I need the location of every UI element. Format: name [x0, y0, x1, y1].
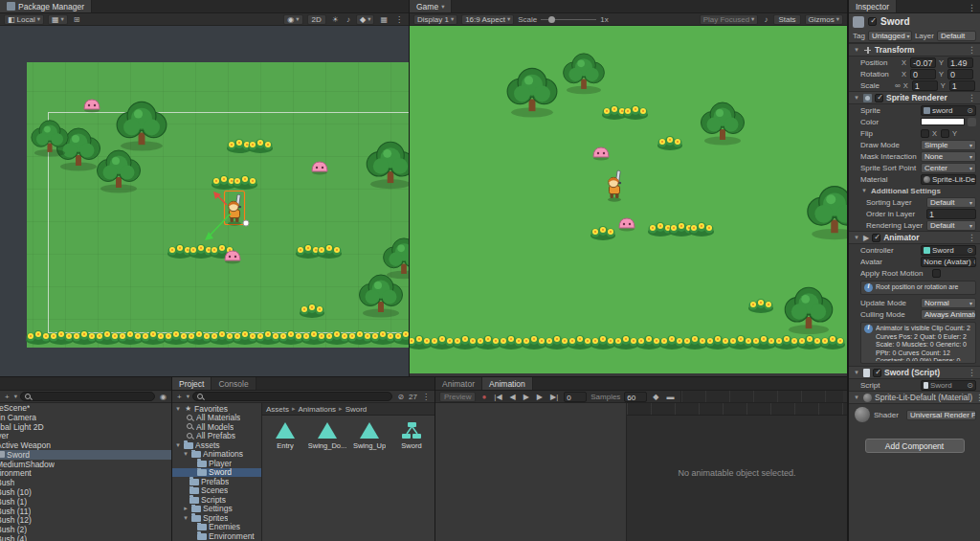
play-button[interactable]: ▶ — [522, 392, 531, 402]
breadcrumb-animations[interactable]: Animations — [299, 405, 337, 414]
tree-item[interactable]: Scripts — [172, 495, 261, 505]
tree-item[interactable]: All Models — [172, 422, 261, 432]
gameobject-name[interactable]: Sword — [880, 16, 910, 27]
sprite-renderer-header[interactable]: ▾ ✓ Sprite Renderer ⋮ — [849, 91, 980, 104]
menu-icon[interactable]: ⋮ — [968, 233, 976, 242]
first-frame-button[interactable]: |◀ — [492, 392, 503, 402]
object-picker-icon[interactable]: ⊙ — [973, 258, 976, 266]
asset-item[interactable]: Sword — [392, 419, 431, 450]
tree-item-assets[interactable]: ▾Assets — [172, 440, 261, 450]
transform-header[interactable]: ▾ Transform ⋮ — [849, 43, 980, 56]
hierarchy-item[interactable]: Bush — [0, 478, 171, 487]
menu-icon[interactable]: ⋮ — [968, 368, 976, 377]
prev-key-button[interactable]: ◀ — [508, 392, 518, 402]
hierarchy-item[interactable]: ▾Environment — [0, 469, 171, 479]
enabled-checkbox[interactable]: ✓ — [873, 369, 881, 377]
breadcrumb-assets[interactable]: Assets — [266, 405, 289, 414]
add-component-button[interactable]: Add Component — [865, 439, 965, 453]
menu-icon[interactable]: ⋮ — [393, 14, 405, 25]
tree-item-sword[interactable]: Sword — [172, 468, 261, 478]
menu-icon[interactable]: ⋮ — [420, 392, 432, 402]
scene-visibility-icon[interactable]: ◉ — [158, 392, 168, 402]
create-button[interactable]: + — [3, 392, 11, 402]
animator-header[interactable]: ▾ ▶ ✓ Animator ⋮ — [849, 231, 980, 244]
next-key-button[interactable]: ▶ — [535, 392, 545, 402]
update-mode-dropdown[interactable]: Normal▾ — [921, 298, 976, 308]
sorting-layer-dropdown[interactable]: Default▾ — [926, 197, 976, 208]
sprite-field[interactable]: sword ⊙ — [921, 105, 976, 116]
rendering-layer-dropdown[interactable]: Default▾ — [926, 220, 976, 231]
preview-button[interactable]: Preview — [439, 392, 476, 402]
dopesheet-ruler[interactable] — [627, 403, 847, 416]
frame-field[interactable]: 0 — [564, 392, 587, 402]
draw-mode-dropdown[interactable]: Simple▾ — [921, 140, 976, 150]
hierarchy-item[interactable]: ▾Active Weapon — [0, 440, 171, 450]
tab-project[interactable]: Project — [172, 377, 212, 390]
menu-icon[interactable]: ⋮ — [975, 393, 980, 402]
gizmo-visibility-icon[interactable]: ▦ — [378, 14, 390, 25]
animation-dopesheet[interactable]: No animatable object selected. — [627, 403, 847, 541]
tree-item[interactable]: Scenes — [172, 486, 261, 496]
tab-inspector[interactable]: Inspector — [849, 0, 897, 12]
shading-mode-dropdown[interactable]: ◉ ▾ — [283, 14, 302, 25]
order-in-layer-field[interactable]: 1 — [926, 209, 976, 219]
menu-icon[interactable]: ⋮ — [968, 93, 976, 102]
hierarchy-item[interactable]: MediumShadow — [0, 460, 171, 469]
foldout-icon[interactable]: ▾ — [853, 369, 860, 376]
additional-settings-foldout[interactable]: ▾ Additional Settings — [849, 185, 980, 196]
sword-script-header[interactable]: ▾ ✓ Sword (Script) ⋮ — [849, 366, 980, 379]
project-search-input[interactable] — [192, 392, 392, 401]
culling-mode-dropdown[interactable]: Always Animate▾ — [921, 309, 976, 320]
shader-dropdown[interactable]: Universal Render Pipe▾ — [906, 410, 976, 420]
hierarchy-item-sword[interactable]: Sword — [0, 450, 171, 460]
material-preview[interactable] — [855, 407, 870, 422]
layer-dropdown[interactable]: Default — [937, 31, 976, 41]
tab-animator[interactable]: Animator — [435, 377, 482, 390]
tree-item[interactable]: Environment — [172, 531, 261, 541]
asset-item[interactable]: Swing_Do... — [308, 419, 346, 450]
rotation-y-field[interactable]: 0 — [947, 69, 973, 79]
menu-icon[interactable]: ⋮ — [968, 45, 976, 55]
tab-animation[interactable]: Animation — [482, 377, 533, 390]
foldout-icon[interactable]: ▾ — [853, 94, 860, 101]
foldout-icon[interactable]: ▾ — [174, 441, 182, 449]
foldout-icon[interactable]: ▾ — [174, 405, 182, 413]
foldout-icon[interactable]: ▾ — [860, 187, 868, 194]
position-x-field[interactable]: -0.07 — [910, 57, 936, 68]
stats-button[interactable]: Stats — [773, 14, 800, 25]
tab-game[interactable]: Game ▾ — [410, 0, 452, 12]
hierarchy-item[interactable]: ▾Player — [0, 431, 171, 440]
scene-audio-icon[interactable]: ♪ — [345, 14, 352, 25]
foldout-icon[interactable]: ▾ — [182, 450, 189, 458]
tree-item[interactable]: ▾Sprites — [172, 513, 261, 523]
scale-y-field[interactable]: 1 — [949, 80, 975, 91]
hierarchy-item[interactable]: Bush (11) — [0, 507, 171, 516]
menu-icon[interactable]: ⋮ — [964, 3, 980, 12]
hierarchy-item[interactable]: Bush (12) — [0, 516, 171, 526]
foldout-icon[interactable]: ▾ — [182, 514, 189, 522]
orientation-dropdown[interactable]: ◧ Local ▾ — [4, 14, 44, 25]
tree-item[interactable]: All Prefabs — [172, 432, 261, 441]
enabled-checkbox[interactable]: ✓ — [875, 94, 883, 102]
hierarchy-item[interactable]: ☀Global Light 2D — [0, 422, 171, 432]
eyedropper-icon[interactable] — [968, 118, 976, 126]
effects-dropdown[interactable]: ◆ ▾ — [356, 14, 374, 25]
mask-interaction-dropdown[interactable]: None▾ — [921, 151, 976, 162]
tree-item-favorites[interactable]: ▾★Favorites — [172, 404, 261, 414]
foldout-icon[interactable]: ▾ — [853, 394, 860, 401]
hidden-packages-icon[interactable]: ⊘ — [395, 392, 406, 402]
play-focused-dropdown[interactable]: Play Focused ▾ — [700, 14, 759, 25]
hierarchy-item[interactable]: Bush (4) — [0, 534, 171, 541]
record-button[interactable]: ● — [479, 392, 488, 402]
apply-root-motion-checkbox[interactable] — [932, 269, 941, 278]
snap-icon[interactable]: ⊞ — [72, 14, 82, 25]
object-picker-icon[interactable]: ⊙ — [967, 106, 973, 115]
controller-field[interactable]: Sword ⊙ — [921, 245, 976, 256]
samples-field[interactable]: 60 — [624, 392, 647, 402]
breadcrumb-sword[interactable]: Sword — [345, 405, 368, 414]
tree-item[interactable]: Player — [172, 459, 261, 468]
mute-audio-icon[interactable]: ♪ — [762, 14, 769, 25]
hierarchy-search-input[interactable] — [20, 392, 155, 401]
scene-canvas[interactable] — [0, 26, 410, 376]
add-keyframe-icon[interactable]: ◆ — [651, 392, 660, 402]
